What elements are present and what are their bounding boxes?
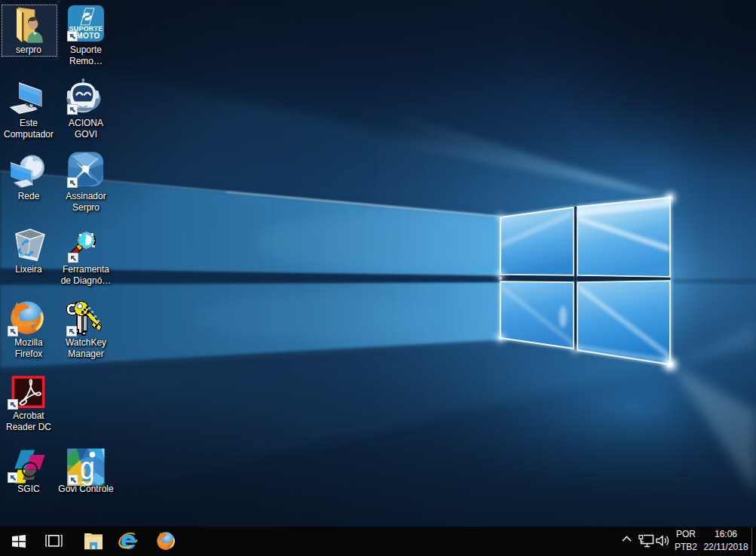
svg-text:MOTO: MOTO (76, 32, 99, 40)
